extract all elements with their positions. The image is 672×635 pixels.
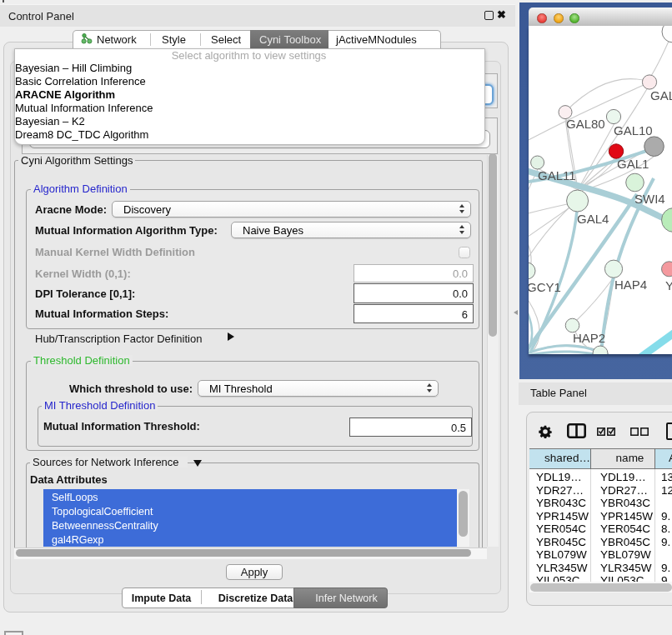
svg-text:GCY1: GCY1 xyxy=(529,280,561,294)
svg-text:GAL7: GAL7 xyxy=(650,88,672,102)
svg-text:HAP4: HAP4 xyxy=(614,278,647,292)
svg-text:GAL11: GAL11 xyxy=(538,168,576,182)
svg-text:GAL4: GAL4 xyxy=(577,212,609,226)
svg-text:GAL80: GAL80 xyxy=(566,117,605,131)
svg-text:GAL10: GAL10 xyxy=(614,123,653,138)
svg-text:Y: Y xyxy=(665,278,672,292)
svg-text:GAL1: GAL1 xyxy=(617,157,649,171)
svg-text:HAP2: HAP2 xyxy=(573,331,605,345)
svg-text:SWI4: SWI4 xyxy=(634,192,665,206)
